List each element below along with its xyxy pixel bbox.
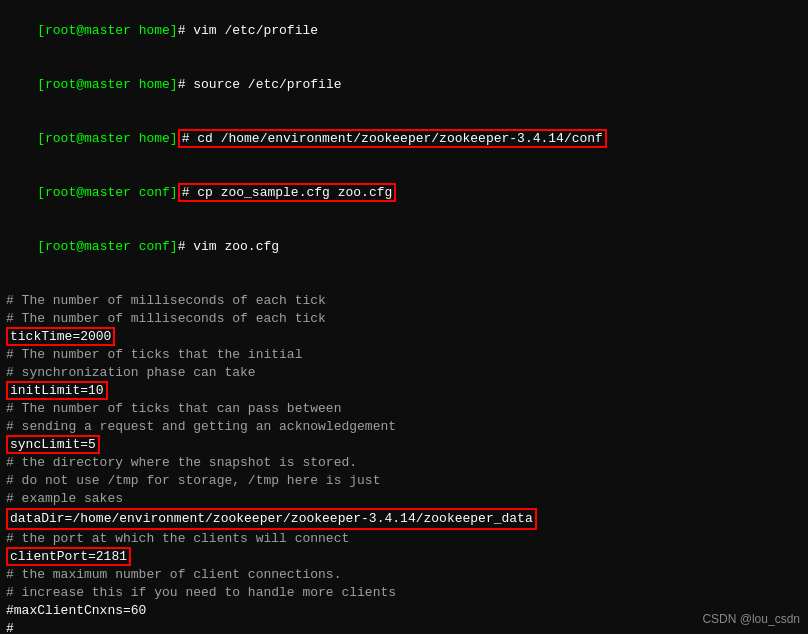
line-c9: # example sakes xyxy=(6,490,802,508)
line-ticktime: tickTime=2000 xyxy=(6,328,802,346)
prompt-2: [root@master home] xyxy=(37,77,177,92)
prompt-1: [root@master home] xyxy=(37,23,177,38)
watermark: CSDN @lou_csdn xyxy=(702,612,800,626)
line-c6: # sending a request and getting an ackno… xyxy=(6,418,802,436)
line-datadir: dataDir=/home/environment/zookeeper/zook… xyxy=(6,508,802,530)
line-hash1: # xyxy=(6,620,802,634)
line-c3: # The number of ticks that the initial xyxy=(6,346,802,364)
line-initlimit: initLimit=10 xyxy=(6,382,802,400)
line-5: [root@master conf]# vim zoo.cfg xyxy=(6,220,802,274)
terminal: [root@master home]# vim /etc/profile [ro… xyxy=(0,0,808,634)
line-c5: # The number of ticks that can pass betw… xyxy=(6,400,802,418)
line-c4: # synchronization phase can take xyxy=(6,364,802,382)
line-c12: # increase this if you need to handle mo… xyxy=(6,584,802,602)
line-c7: # the directory where the snapshot is st… xyxy=(6,454,802,472)
prompt-4: [root@master conf] xyxy=(37,185,177,200)
line-c10: # the port at which the clients will con… xyxy=(6,530,802,548)
line-empty-1 xyxy=(6,274,802,292)
prompt-5: [root@master conf] xyxy=(37,239,177,254)
line-maxclient: #maxClientCnxns=60 xyxy=(6,602,802,620)
line-synclimit: syncLimit=5 xyxy=(6,436,802,454)
prompt-3: [root@master home] xyxy=(37,131,177,146)
line-3: [root@master home]# cd /home/environment… xyxy=(6,112,802,166)
line-c8: # do not use /tmp for storage, /tmp here… xyxy=(6,472,802,490)
line-c2: # The number of milliseconds of each tic… xyxy=(6,310,802,328)
line-c11: # the maximum number of client connectio… xyxy=(6,566,802,584)
line-c1: # The number of milliseconds of each tic… xyxy=(6,292,802,310)
line-2: [root@master home]# source /etc/profile xyxy=(6,58,802,112)
line-4: [root@master conf]# cp zoo_sample.cfg zo… xyxy=(6,166,802,220)
line-1: [root@master home]# vim /etc/profile xyxy=(6,4,802,58)
line-clientport: clientPort=2181 xyxy=(6,548,802,566)
